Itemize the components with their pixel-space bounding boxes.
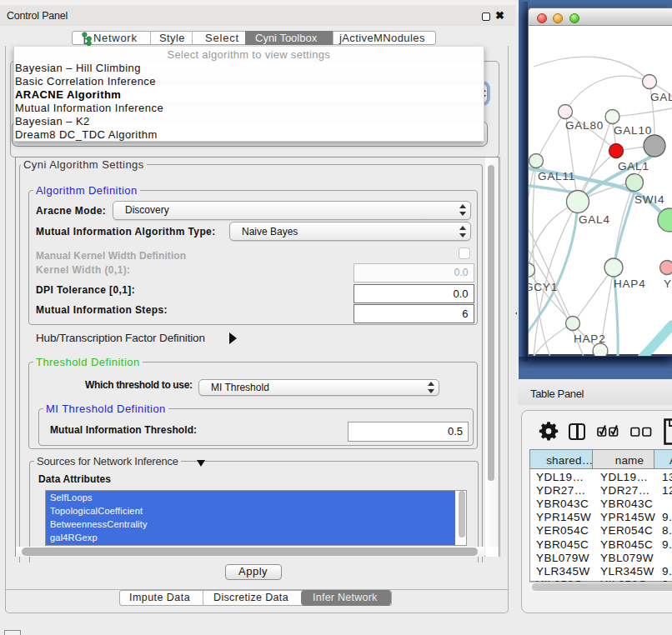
svg-text:HAP4: HAP4 xyxy=(614,278,645,290)
svg-text:GAL10: GAL10 xyxy=(614,124,652,137)
svg-text:Y: Y xyxy=(664,278,672,290)
svg-text:HAP2: HAP2 xyxy=(574,332,605,345)
svg-text:GCY1: GCY1 xyxy=(529,281,558,293)
svg-text:SWI4: SWI4 xyxy=(634,193,664,206)
svg-text:GAL11: GAL11 xyxy=(538,170,575,182)
svg-text:GAL4: GAL4 xyxy=(579,213,610,226)
svg-text:GAL1: GAL1 xyxy=(618,160,649,172)
svg-text:GAL80: GAL80 xyxy=(565,119,604,132)
svg-text:GAL7: GAL7 xyxy=(650,91,672,103)
